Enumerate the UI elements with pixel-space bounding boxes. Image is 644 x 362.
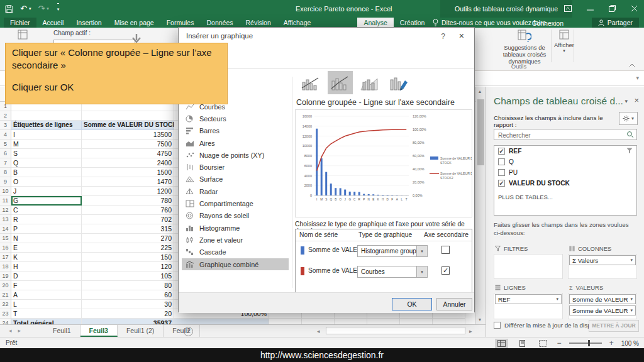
cell-B18[interactable]: 120 — [82, 262, 174, 272]
cell-A21[interactable]: A — [11, 290, 82, 300]
chart-type-nuage-de-points-xy[interactable]: Nuage de points (XY) — [182, 149, 289, 161]
zoom-in-icon[interactable]: + — [609, 339, 614, 348]
row-number[interactable]: 22 — [0, 300, 11, 309]
cell-B21[interactable]: 60 — [82, 290, 174, 300]
cell-B19[interactable]: 105 — [82, 272, 174, 281]
field-checkbox-ref[interactable]: ✓ — [498, 148, 505, 155]
close-icon[interactable] — [631, 5, 638, 12]
grid-cell[interactable] — [335, 319, 367, 324]
field-checkbox-q[interactable] — [498, 158, 505, 165]
grid-cell[interactable] — [302, 319, 335, 324]
redo-icon[interactable]: ↷ — [38, 3, 45, 14]
cell-A18[interactable]: H — [11, 262, 82, 272]
sheet-tab-feuil2[interactable]: Feuil2 — [164, 325, 200, 337]
row-number[interactable]: 18 — [0, 262, 11, 272]
tools-dropdown-button[interactable]: ▾ — [619, 112, 638, 125]
horizontal-scrollbar[interactable] — [326, 327, 465, 334]
cell-A17[interactable]: K — [11, 253, 82, 262]
total-label-cell[interactable]: Total général — [11, 319, 82, 324]
chart-type-surface[interactable]: Surface — [182, 173, 289, 185]
connexion-link[interactable]: Connexion — [532, 19, 564, 27]
cell-A23[interactable]: T — [11, 309, 82, 319]
cell-A22[interactable]: L — [11, 300, 82, 309]
help-icon[interactable]: ? — [441, 32, 445, 41]
field-item-q[interactable]: Q — [494, 156, 636, 167]
scroll-up-icon[interactable]: ▴ — [479, 89, 481, 94]
chevron-down-icon[interactable]: ▾ — [416, 266, 427, 277]
cell-A13[interactable]: R — [11, 215, 82, 224]
vertical-scroll-thumb[interactable] — [477, 99, 484, 165]
series1-secondary-checkbox[interactable] — [441, 246, 450, 254]
field-search-box[interactable] — [494, 129, 637, 140]
combo-clustered-column-line-secondary-axis-button[interactable] — [328, 71, 353, 94]
chevron-down-icon[interactable]: ▾ — [556, 297, 558, 302]
cell-A14[interactable]: P — [11, 224, 82, 234]
combo-stacked-area-column-button[interactable] — [357, 71, 382, 94]
grid-cell[interactable] — [269, 319, 302, 324]
cell-A4[interactable]: I — [11, 130, 82, 140]
cell-A8[interactable]: B — [11, 168, 82, 177]
cell-A10[interactable]: J — [11, 187, 82, 196]
grid-cell[interactable] — [82, 111, 174, 121]
redo-dropdown-icon[interactable]: ▾ — [47, 3, 49, 14]
area-field-ref[interactable]: REF▾ — [495, 294, 562, 304]
chevron-down-icon[interactable]: ▾ — [630, 297, 633, 302]
row-number[interactable]: 3 — [0, 121, 11, 130]
share-button[interactable]: Partager — [592, 18, 639, 28]
row-number[interactable]: 19 — [0, 272, 11, 281]
cell-A16[interactable]: E — [11, 243, 82, 253]
cell-A11[interactable]: G — [11, 196, 82, 206]
row-number[interactable]: 7 — [0, 158, 11, 168]
formula-bar-expand-icon[interactable]: ▾ — [636, 75, 639, 81]
ribbon-tab-insertion[interactable]: Insertion — [70, 18, 108, 28]
values-header[interactable]: Somme de VALEUR DU STOCK — [82, 121, 174, 130]
sheet-tab-feuil1[interactable]: Feuil1 — [44, 325, 80, 337]
cell-B12[interactable]: 760 — [82, 206, 174, 215]
chart-type-radar[interactable]: Radar — [182, 185, 289, 197]
customize-qat-icon[interactable]: ▾ — [57, 3, 60, 15]
pane-close-icon[interactable]: × — [634, 96, 639, 105]
cell-B10[interactable]: 1200 — [82, 187, 174, 196]
ribbon-tab-mise-en-page[interactable]: Mise en page — [108, 18, 160, 28]
zoom-slider[interactable] — [569, 343, 602, 344]
chevron-down-icon[interactable]: ▾ — [416, 246, 427, 256]
cell-A5[interactable]: M — [11, 140, 82, 149]
scroll-down-icon[interactable]: ▾ — [479, 317, 481, 322]
sheet-nav-arrows[interactable]: ◂▸ — [9, 327, 27, 334]
chart-type-zone-et-valeur[interactable]: Zone et valeur — [182, 234, 289, 246]
tell-me-box[interactable]: Dites-nous ce que vous voulez faire — [433, 19, 546, 26]
cell-B20[interactable]: 80 — [82, 281, 174, 290]
cell-B23[interactable]: 20 — [82, 309, 174, 319]
page-layout-view-icon[interactable] — [516, 339, 529, 348]
series2-secondary-checkbox[interactable]: ✓ — [441, 266, 450, 275]
ok-button[interactable]: OK — [392, 298, 432, 310]
series2-type-select[interactable]: Courbes▾ — [357, 266, 428, 278]
pivottable-options-icon[interactable] — [18, 30, 28, 40]
cell-B9[interactable]: 1470 — [82, 177, 174, 187]
chart-type-secteurs[interactable]: Secteurs — [182, 112, 289, 124]
row-number[interactable]: 20 — [0, 281, 11, 290]
minimize-icon[interactable] — [587, 5, 594, 12]
cell-B22[interactable]: 30 — [82, 300, 174, 309]
row-number[interactable]: 15 — [0, 234, 11, 243]
values-area[interactable]: Somme de VALEUR ...▾Somme de VALEUR ...▾ — [568, 293, 637, 319]
row-number[interactable]: 24 — [0, 319, 11, 324]
cell-A9[interactable]: O — [11, 177, 82, 187]
row-number[interactable]: 4 — [0, 130, 11, 140]
row-number[interactable]: 5 — [0, 140, 11, 149]
chart-type-barres[interactable]: Barres — [182, 125, 289, 137]
cell-A6[interactable]: S — [11, 149, 82, 158]
cell-A7[interactable]: Q — [11, 158, 82, 168]
chart-type-aires[interactable]: Aires — [182, 137, 289, 149]
show-button[interactable]: Afficher ▾ — [553, 29, 575, 53]
sheet-tab-feuil1-2[interactable]: Feuil1 (2) — [118, 325, 164, 337]
sheet-tab-feuil3[interactable]: Feuil3 — [80, 325, 118, 337]
cell-B15[interactable]: 270 — [82, 234, 174, 243]
chart-type-boursier[interactable]: Boursier — [182, 161, 289, 173]
ribbon-display-options-icon[interactable] — [564, 5, 572, 12]
normal-view-icon[interactable] — [495, 339, 508, 348]
ribbon-tab-analyse[interactable]: Analyse — [357, 18, 393, 28]
row-number[interactable]: 13 — [0, 215, 11, 224]
area-field-valeurs[interactable]: Σ Valeurs▾ — [569, 255, 636, 265]
zoom-level[interactable]: 100 % — [621, 340, 639, 347]
